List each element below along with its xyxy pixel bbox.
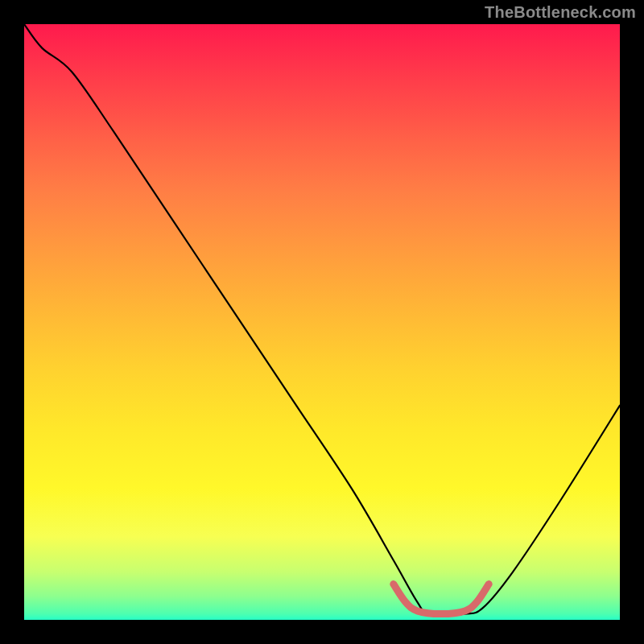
black-curve (24, 24, 620, 615)
chart-lines (24, 24, 620, 620)
plot-frame (24, 24, 620, 620)
chart-container: TheBottleneck.com (0, 0, 644, 644)
plot-area (24, 24, 620, 620)
attribution-label: TheBottleneck.com (485, 3, 636, 22)
red-valley-segment (394, 584, 489, 614)
